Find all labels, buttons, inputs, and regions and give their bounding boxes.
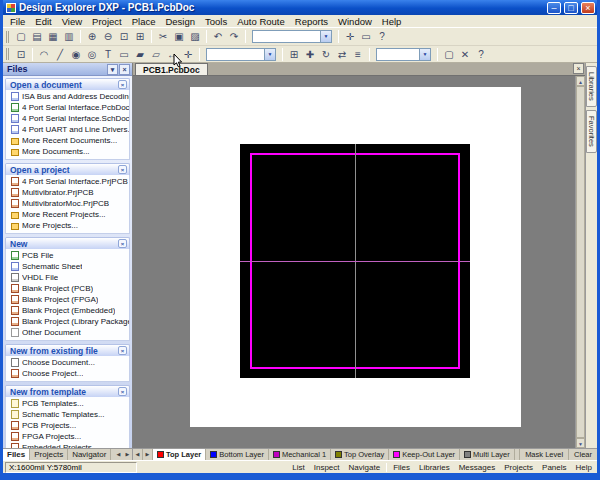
document-tab[interactable]: PCB1.PcbDoc (135, 63, 208, 75)
copy-icon[interactable]: ▣ (171, 29, 187, 44)
menu-place[interactable]: Place (127, 16, 161, 27)
status-button-list[interactable]: List (289, 463, 307, 472)
menu-help[interactable]: Help (377, 16, 407, 27)
list-item[interactable]: VHDL File (6, 272, 129, 283)
place-track-icon[interactable]: ╱ (52, 47, 68, 62)
minimize-button[interactable]: – (547, 2, 561, 14)
new-document-icon[interactable]: ▢ (13, 29, 29, 44)
mask-level-button[interactable]: Mask Level (519, 449, 568, 460)
layer-tab-bottom-layer[interactable]: Bottom Layer (206, 449, 269, 460)
tab-scroll-left-icon[interactable]: ◀ (114, 449, 123, 460)
section-header[interactable]: Open a document × (5, 78, 130, 90)
menu-tools[interactable]: Tools (200, 16, 232, 27)
list-item[interactable]: Schematic Templates... (6, 409, 129, 420)
list-item[interactable]: Blank Project (Library Package) (6, 316, 129, 327)
section-close-icon[interactable]: × (118, 80, 127, 89)
list-item[interactable]: Blank Project (Embedded) (6, 305, 129, 316)
menu-view[interactable]: View (57, 16, 87, 27)
close-button[interactable]: × (581, 2, 595, 14)
list-item[interactable]: Choose Project... (6, 368, 129, 379)
move-icon[interactable]: ✚ (302, 47, 318, 62)
layer-pair-combo[interactable]: ▼ (376, 48, 431, 61)
list-item[interactable]: More Projects... (6, 220, 129, 231)
layer-scroll-right-icon[interactable]: ▶ (143, 449, 153, 460)
panel-tab-files[interactable]: Files (3, 449, 30, 460)
scroll-up-icon[interactable]: ▲ (576, 76, 585, 86)
layer-scroll-left-icon[interactable]: ◀ (133, 449, 143, 460)
deselect-all-icon[interactable]: ▢ (441, 47, 457, 62)
list-item[interactable]: More Documents... (6, 146, 129, 157)
layer-tab-keep-out-layer[interactable]: Keep-Out Layer (389, 449, 460, 460)
open-document-icon[interactable]: ▤ (29, 29, 45, 44)
toolbar-grip[interactable] (6, 31, 9, 43)
toolbar-grip[interactable] (6, 48, 9, 60)
chevron-down-icon[interactable]: ▼ (264, 49, 275, 60)
status-button-projects[interactable]: Projects (501, 463, 536, 472)
right-panel-tab-favorites[interactable]: Favorites (586, 110, 597, 153)
list-item[interactable]: 4 Port Serial Interface.PcbDoc (6, 102, 129, 113)
status-button-libraries[interactable]: Libraries (416, 463, 453, 472)
paste-array-icon[interactable]: ⊞ (286, 47, 302, 62)
help-icon[interactable]: ? (473, 47, 489, 62)
chevron-down-icon[interactable]: ▼ (419, 49, 430, 60)
list-item[interactable]: Blank Project (FPGA) (6, 294, 129, 305)
rotate-icon[interactable]: ↻ (318, 47, 334, 62)
cross-probe-icon[interactable]: ✛ (342, 29, 358, 44)
tab-close-icon[interactable]: × (573, 63, 584, 74)
section-close-icon[interactable]: × (118, 239, 127, 248)
undo-icon[interactable]: ↶ (210, 29, 226, 44)
list-item[interactable]: 4 Port Serial Interface.PrjPCB (6, 176, 129, 187)
panel-tab-projects[interactable]: Projects (30, 449, 68, 460)
mirror-icon[interactable]: ⇄ (334, 47, 350, 62)
place-via-icon[interactable]: ◎ (84, 47, 100, 62)
list-item[interactable]: Blank Project (PCB) (6, 283, 129, 294)
configuration-combo[interactable]: ▼ (252, 30, 332, 43)
list-item[interactable]: Other Document (6, 327, 129, 338)
place-pad-icon[interactable]: ◉ (68, 47, 84, 62)
layer-tab-top-layer[interactable]: Top Layer (153, 449, 206, 460)
list-item[interactable]: Choose Document... (6, 357, 129, 368)
maximize-button[interactable]: □ (564, 2, 578, 14)
place-room-icon[interactable]: ▱ (148, 47, 164, 62)
place-string-icon[interactable]: T (100, 47, 116, 62)
section-close-icon[interactable]: × (118, 165, 127, 174)
list-item[interactable]: MultivibratorMoc.PrjPCB (6, 198, 129, 209)
menu-design[interactable]: Design (160, 16, 200, 27)
status-button-panels[interactable]: Panels (539, 463, 569, 472)
section-close-icon[interactable]: × (118, 346, 127, 355)
save-icon[interactable]: ▦ (45, 29, 61, 44)
list-item[interactable]: Multivibrator.PrjPCB (6, 187, 129, 198)
layer-tab-mechanical-1[interactable]: Mechanical 1 (269, 449, 331, 460)
fit-document-icon[interactable]: ⊡ (13, 47, 29, 62)
menu-project[interactable]: Project (87, 16, 127, 27)
status-button-navigate[interactable]: Navigate (346, 463, 384, 472)
clear-filter-icon[interactable]: ✕ (457, 47, 473, 62)
snap-grid-combo[interactable]: ▼ (206, 48, 276, 61)
list-item[interactable]: Schematic Sheet (6, 261, 129, 272)
zoom-window-icon[interactable]: ⊡ (116, 29, 132, 44)
list-item[interactable]: More Recent Documents... (6, 135, 129, 146)
section-header[interactable]: New from existing file × (5, 344, 130, 356)
scrollbar-thumb[interactable] (576, 86, 585, 438)
status-button-inspect[interactable]: Inspect (311, 463, 343, 472)
cut-icon[interactable]: ✂ (155, 29, 171, 44)
help-icon[interactable]: ? (374, 29, 390, 44)
menu-edit[interactable]: Edit (30, 16, 56, 27)
print-icon[interactable]: ▥ (61, 29, 77, 44)
align-icon[interactable]: ≡ (350, 47, 366, 62)
zoom-in-icon[interactable]: ⊕ (84, 29, 100, 44)
layer-tab-multi-layer[interactable]: Multi Layer (460, 449, 515, 460)
status-button-messages[interactable]: Messages (456, 463, 498, 472)
section-close-icon[interactable]: × (118, 387, 127, 396)
status-button-files[interactable]: Files (390, 463, 413, 472)
place-polygon-icon[interactable]: ▰ (132, 47, 148, 62)
list-item[interactable]: FPGA Projects... (6, 431, 129, 442)
menu-reports[interactable]: Reports (290, 16, 333, 27)
panel-tab-navigator[interactable]: Navigator (68, 449, 111, 460)
place-component-icon[interactable]: ▭ (116, 47, 132, 62)
chevron-down-icon[interactable]: ▼ (320, 31, 331, 42)
section-header[interactable]: New from template × (5, 385, 130, 397)
zoom-out-icon[interactable]: ⊖ (100, 29, 116, 44)
list-item[interactable]: More Recent Projects... (6, 209, 129, 220)
vertical-scrollbar[interactable]: ▲ ▼ (575, 76, 585, 448)
